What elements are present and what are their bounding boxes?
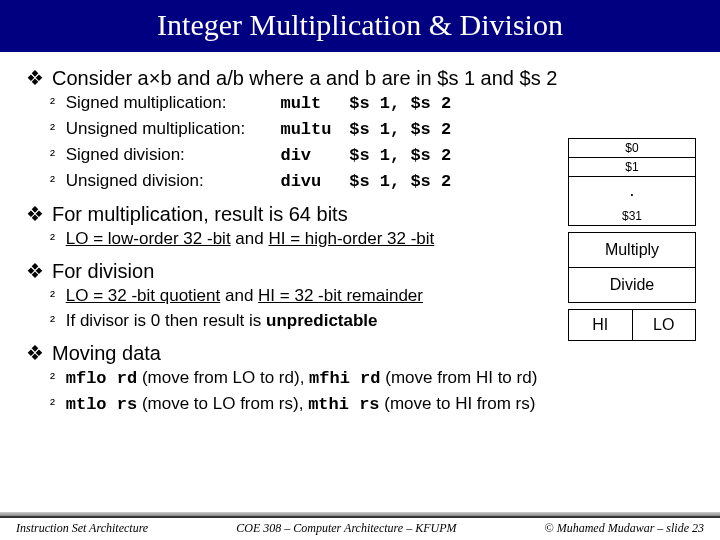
hi-box: HI <box>568 309 633 341</box>
footer-right: © Muhamed Mudawar – slide 23 <box>545 521 704 536</box>
multiply-box: Multiply <box>568 232 696 268</box>
reg-dots: . <box>568 177 696 207</box>
mtlo-code: mtlo rs <box>66 395 137 414</box>
lo-quot: LO = 32 -bit quotient <box>66 286 221 305</box>
mtlo-desc: (move to LO from rs), <box>137 394 308 413</box>
op-label: Signed division: <box>66 144 276 167</box>
mthi-desc: (move to HI from rs) <box>380 394 536 413</box>
lo-box: LO <box>633 309 697 341</box>
op-mne: div <box>280 145 344 168</box>
bullet-consider: Consider a×b and a/b where a and b are i… <box>26 66 694 90</box>
footer-mid: COE 308 – Computer Architecture – KFUPM <box>236 521 456 536</box>
divide-box: Divide <box>568 268 696 303</box>
mfhi-code: mfhi rd <box>309 369 380 388</box>
mflo-desc: (move from LO to rd), <box>137 368 309 387</box>
mflo-code: mflo rd <box>66 369 137 388</box>
op-label: Unsigned division: <box>66 170 276 193</box>
unpredictable: unpredictable <box>266 311 377 330</box>
hi-lo-boxes: HI LO <box>568 309 696 341</box>
hi-def: HI = high-order 32 -bit <box>268 229 434 248</box>
op-mne: divu <box>280 171 344 194</box>
op-mne: mult <box>280 93 344 116</box>
op-unsigned-div: Unsigned division: divu $s 1, $s 2 <box>50 170 451 194</box>
op-label: Unsigned multiplication: <box>66 118 276 141</box>
and-text: and <box>231 229 269 248</box>
mthi-code: mthi rs <box>308 395 379 414</box>
slide-footer: Instruction Set Architecture COE 308 – C… <box>0 516 720 540</box>
bullet-moving: Moving data <box>26 341 694 365</box>
op-arg: $s 1, $s 2 <box>349 172 451 191</box>
and-text: and <box>220 286 258 305</box>
op-signed-div: Signed division: div $s 1, $s 2 <box>50 144 451 168</box>
op-mne: multu <box>280 119 344 142</box>
reg-0: $0 <box>568 138 696 158</box>
dots-text: . <box>630 185 633 199</box>
reg-1: $1 <box>568 158 696 177</box>
hi-rem: HI = 32 -bit remainder <box>258 286 423 305</box>
op-arg: $s 1, $s 2 <box>349 120 451 139</box>
zero-text: If divisor is 0 then result is <box>66 311 266 330</box>
op-arg: $s 1, $s 2 <box>349 146 451 165</box>
reg-31: $31 <box>568 207 696 226</box>
op-signed-mult: Signed multiplication: mult $s 1, $s 2 <box>50 92 451 116</box>
slide-title: Integer Multiplication & Division <box>0 0 720 52</box>
mfhi-desc: (move from HI to rd) <box>381 368 538 387</box>
footer-left: Instruction Set Architecture <box>16 521 148 536</box>
op-unsigned-mult: Unsigned multiplication: multu $s 1, $s … <box>50 118 451 142</box>
slide-body: Consider a×b and a/b where a and b are i… <box>0 52 720 416</box>
op-label: Signed multiplication: <box>66 92 276 115</box>
register-diagram: $0 $1 . $31 Multiply Divide HI LO <box>568 138 696 341</box>
lo-def: LO = low-order 32 -bit <box>66 229 231 248</box>
sub-mflo-mfhi: mflo rd (move from LO to rd), mfhi rd (m… <box>50 367 694 391</box>
op-arg: $s 1, $s 2 <box>349 94 451 113</box>
sub-mtlo-mthi: mtlo rs (move to LO from rs), mthi rs (m… <box>50 393 694 417</box>
